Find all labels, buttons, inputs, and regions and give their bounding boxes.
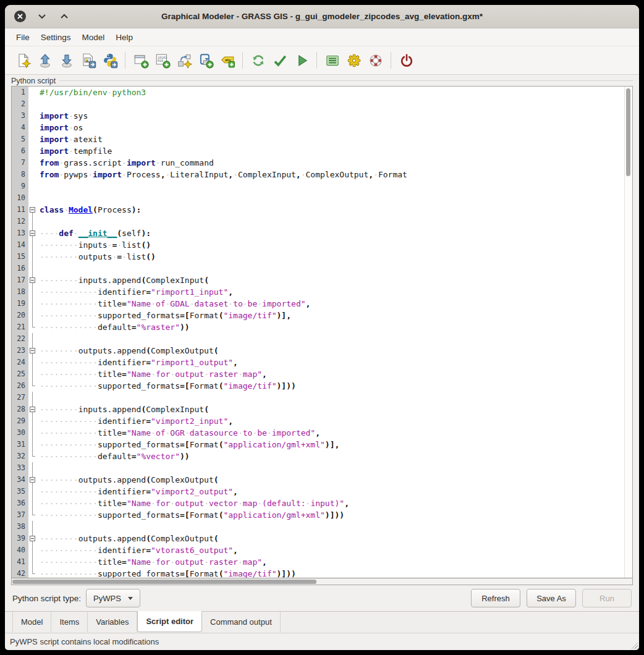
app-window: Graphical Modeler - GRASS GIS - g_gui_gm… xyxy=(5,5,639,650)
fold-toggle[interactable] xyxy=(28,227,36,239)
code-line-23[interactable]: 23········outputs.append(ComplexOutput( xyxy=(12,345,624,357)
menu-file[interactable]: File xyxy=(11,33,35,42)
close-button[interactable] xyxy=(14,11,26,22)
code-line-12[interactable]: 12 xyxy=(12,216,624,227)
fold-toggle[interactable] xyxy=(28,204,36,216)
fold-toggle[interactable] xyxy=(28,474,36,486)
run-model-button[interactable] xyxy=(291,50,311,70)
code-line-41[interactable]: 41············title="Name·for·output·ras… xyxy=(12,556,624,568)
code-line-34[interactable]: 34········outputs.append(ComplexOutput( xyxy=(12,474,624,486)
menu-help[interactable]: Help xyxy=(110,33,138,42)
code-text: #!/usr/bin/env·python3 xyxy=(36,87,146,98)
code-area[interactable]: 1#!/usr/bin/env·python323import·sys4impo… xyxy=(12,87,624,578)
code-line-32[interactable]: 32············default="%vector")) xyxy=(12,450,624,462)
code-line-22[interactable]: 22 xyxy=(12,333,624,345)
refresh-button[interactable]: Refresh xyxy=(471,589,520,607)
horizontal-scrollbar-thumb[interactable] xyxy=(12,580,316,584)
line-number: 28 xyxy=(12,404,28,415)
run-button[interactable]: Run xyxy=(582,589,632,607)
code-line-18[interactable]: 18············identifier="rimport1_input… xyxy=(12,286,624,298)
menu-model[interactable]: Model xyxy=(77,33,111,42)
save-as-button[interactable]: Save As xyxy=(527,589,576,607)
code-line-10[interactable]: 10 xyxy=(12,192,624,204)
quit-button[interactable] xyxy=(396,50,417,70)
script-type-dropdown[interactable]: PyWPS xyxy=(86,589,140,607)
export-image-button[interactable] xyxy=(78,50,98,70)
tab-variables[interactable]: Variables xyxy=(88,612,137,632)
tab-script-editor[interactable]: Script editor xyxy=(137,611,202,632)
python-script-editor[interactable]: 1#!/usr/bin/env·python323import·sys4impo… xyxy=(11,86,633,585)
code-line-20[interactable]: 20············supported_formats=[Format(… xyxy=(12,310,624,321)
fold-toggle[interactable] xyxy=(28,533,36,544)
code-line-11[interactable]: 11class·Model(Process): xyxy=(12,204,624,216)
code-line-30[interactable]: 30············title="Name·of·OGR·datasou… xyxy=(12,427,624,439)
code-line-42[interactable]: 42············supported_formats=[Format(… xyxy=(12,568,624,578)
code-line-27[interactable]: 27 xyxy=(12,392,624,404)
export-python-button[interactable] xyxy=(100,50,120,70)
code-line-8[interactable]: 8from·pywps·import·Process,·LiteralInput… xyxy=(12,169,624,180)
line-number: 32 xyxy=(12,450,28,462)
action-buttons: RefreshSave AsRun xyxy=(471,589,632,607)
code-line-17[interactable]: 17········inputs.append(ComplexInput( xyxy=(12,274,624,286)
validate-button[interactable] xyxy=(269,50,290,70)
code-line-25[interactable]: 25············title="Name·for·output·ras… xyxy=(12,368,624,380)
code-line-7[interactable]: 7from·grass.script·import·run_command xyxy=(12,157,624,169)
fold-toggle[interactable] xyxy=(28,404,36,415)
add-comment-button[interactable]: abc xyxy=(217,50,237,70)
add-loop-button[interactable] xyxy=(195,50,216,70)
line-number: 41 xyxy=(12,556,28,568)
fold-margin xyxy=(28,286,36,298)
vertical-scrollbar[interactable] xyxy=(624,87,632,578)
code-line-1[interactable]: 1#!/usr/bin/env·python3 xyxy=(12,87,624,98)
code-line-39[interactable]: 39········outputs.append(ComplexOutput( xyxy=(12,533,624,544)
help-button[interactable] xyxy=(365,50,386,70)
line-number: 6 xyxy=(12,145,28,157)
code-line-4[interactable]: 4import·os xyxy=(12,122,624,133)
code-line-24[interactable]: 24············identifier="rimport1_outpu… xyxy=(12,357,624,368)
code-line-29[interactable]: 29············identifier="vimport2_input… xyxy=(12,415,624,427)
fold-margin xyxy=(28,169,36,180)
settings-button[interactable] xyxy=(344,50,364,70)
add-relation-button[interactable] xyxy=(174,50,194,70)
menu-settings[interactable]: Settings xyxy=(35,33,77,42)
code-line-40[interactable]: 40············identifier="vtorast6_outpu… xyxy=(12,544,624,556)
code-line-6[interactable]: 6import·tempfile xyxy=(12,145,624,157)
save-model-button[interactable] xyxy=(56,50,77,70)
variables-button[interactable] xyxy=(322,50,342,70)
code-line-19[interactable]: 19············title="Name·of·GDAL·datase… xyxy=(12,298,624,310)
tab-model[interactable]: Model xyxy=(12,612,51,632)
horizontal-scrollbar[interactable] xyxy=(12,578,632,585)
code-line-37[interactable]: 37············supported_formats=[Format(… xyxy=(12,509,624,521)
redraw-button[interactable] xyxy=(248,50,268,70)
code-line-28[interactable]: 28········inputs.append(ComplexInput( xyxy=(12,404,624,415)
code-line-26[interactable]: 26············supported_formats=[Format(… xyxy=(12,380,624,392)
code-line-2[interactable]: 2 xyxy=(12,98,624,110)
minimize-button[interactable] xyxy=(36,11,48,23)
code-line-35[interactable]: 35············identifier="vimport2_outpu… xyxy=(12,486,624,497)
code-line-9[interactable]: 9 xyxy=(12,180,624,192)
resize-grip[interactable] xyxy=(630,641,638,649)
code-line-38[interactable]: 38 xyxy=(12,521,624,533)
add-command-button[interactable] xyxy=(130,50,151,70)
code-line-21[interactable]: 21············default="%raster")) xyxy=(12,321,624,333)
code-line-33[interactable]: 33 xyxy=(12,462,624,474)
code-line-3[interactable]: 3import·sys xyxy=(12,110,624,122)
new-model-button[interactable] xyxy=(13,50,33,70)
code-line-5[interactable]: 5import·atexit xyxy=(12,133,624,145)
code-line-31[interactable]: 31············supported_formats=[Format(… xyxy=(12,439,624,450)
maximize-button[interactable] xyxy=(58,11,70,23)
load-model-button[interactable] xyxy=(35,50,55,70)
add-data-button[interactable]: 10101 010 xyxy=(152,50,172,70)
vertical-scrollbar-thumb[interactable] xyxy=(626,88,630,176)
tab-items[interactable]: Items xyxy=(51,612,88,632)
code-line-13[interactable]: 13····def·__init__(self): xyxy=(12,227,624,239)
fold-toggle[interactable] xyxy=(28,274,36,286)
code-line-14[interactable]: 14········inputs·=·list() xyxy=(12,239,624,251)
code-line-16[interactable]: 16 xyxy=(12,263,624,274)
code-line-36[interactable]: 36············title="Name·for·output·vec… xyxy=(12,497,624,509)
fold-margin xyxy=(28,380,36,392)
code-line-15[interactable]: 15········outputs·=·list() xyxy=(12,251,624,263)
fold-toggle[interactable] xyxy=(28,345,36,357)
line-number: 8 xyxy=(12,169,28,180)
tab-command-output[interactable]: Command output xyxy=(202,612,281,632)
